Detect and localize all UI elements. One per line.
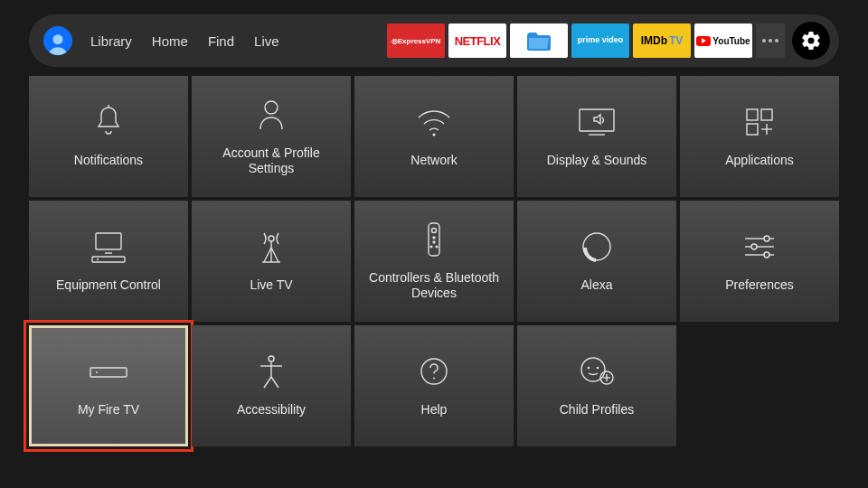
user-icon (255, 97, 288, 133)
svg-point-42 (581, 358, 605, 381)
tile-label: Equipment Control (49, 277, 168, 294)
antenna-icon (255, 229, 288, 265)
nav-library[interactable]: Library (90, 33, 132, 49)
svg-rect-7 (761, 109, 772, 120)
svg-rect-8 (747, 124, 758, 135)
svg-point-22 (433, 237, 435, 239)
tile-preferences[interactable]: Preferences (680, 201, 839, 322)
tile-label: Accessibility (230, 402, 313, 418)
svg-point-28 (764, 236, 769, 241)
nav-find[interactable]: Find (208, 33, 234, 49)
svg-point-40 (421, 359, 447, 384)
tile-controllers-bluetooth[interactable]: Controllers & Bluetooth Devices (354, 201, 514, 322)
app-imdb-tv[interactable]: IMDbTV (633, 23, 691, 58)
tile-my-fire-tv[interactable]: My Fire TV (29, 325, 188, 446)
svg-point-30 (751, 244, 757, 249)
svg-point-44 (597, 367, 599, 370)
accessibility-icon (255, 353, 288, 389)
sliders-icon (741, 229, 778, 265)
svg-line-39 (271, 377, 278, 388)
child-profiles-icon (578, 353, 616, 389)
settings-grid: Notifications Account & Profile Settings… (29, 76, 839, 446)
svg-point-14 (97, 258, 99, 260)
tile-label: Notifications (67, 153, 150, 169)
tile-label: My Fire TV (71, 402, 146, 418)
tile-label: Network (403, 153, 464, 169)
tile-alexa[interactable]: Alexa (517, 201, 676, 322)
profile-avatar[interactable] (43, 26, 72, 55)
tile-label: Alexa (573, 277, 619, 294)
svg-point-3 (432, 134, 435, 136)
firetv-box-icon (87, 353, 130, 389)
svg-point-2 (265, 101, 278, 114)
tile-display-sounds[interactable]: Display & Sounds (517, 76, 676, 197)
svg-point-0 (53, 34, 63, 44)
bell-icon (92, 104, 125, 140)
svg-line-19 (271, 248, 278, 262)
svg-point-34 (96, 371, 98, 373)
apps-grid-icon (743, 104, 776, 140)
svg-point-35 (269, 356, 274, 361)
tile-applications[interactable]: Applications (680, 76, 839, 197)
svg-line-18 (264, 248, 271, 262)
svg-rect-11 (96, 233, 121, 249)
help-icon (418, 353, 450, 389)
svg-point-24 (430, 246, 432, 248)
tile-live-tv[interactable]: Live TV (192, 201, 351, 322)
app-netflix[interactable]: NETFLIX (448, 23, 506, 58)
svg-point-25 (436, 246, 438, 248)
svg-point-15 (269, 236, 274, 241)
display-icon (576, 104, 618, 140)
nav-live[interactable]: Live (254, 33, 279, 49)
remote-icon (423, 221, 445, 258)
nav-links: Library Home Find Live (90, 33, 279, 49)
settings-button[interactable] (792, 22, 830, 60)
equipment-icon (89, 229, 128, 265)
svg-point-32 (764, 252, 769, 258)
app-es-file-explorer[interactable] (510, 23, 568, 58)
app-shortcuts: ◎ExpressVPN NETFLIX prime video IMDbTV Y… (387, 22, 830, 60)
svg-line-38 (264, 377, 271, 388)
tile-label: Child Profiles (552, 402, 641, 418)
tile-accessibility[interactable]: Accessibility (192, 325, 351, 446)
tile-equipment-control[interactable]: Equipment Control (29, 201, 188, 322)
tile-label: Help (414, 402, 455, 418)
nav-home[interactable]: Home (152, 33, 188, 49)
tile-account-profile[interactable]: Account & Profile Settings (192, 76, 351, 197)
tile-label: Preferences (718, 277, 800, 294)
tile-notifications[interactable]: Notifications (29, 76, 188, 197)
svg-point-21 (432, 228, 437, 232)
tile-label: Live TV (242, 277, 299, 294)
svg-rect-6 (747, 109, 758, 120)
svg-point-41 (433, 378, 435, 380)
svg-point-43 (588, 367, 590, 370)
alexa-icon (580, 229, 614, 265)
app-expressvpn[interactable]: ◎ExpressVPN (387, 23, 445, 58)
tile-help[interactable]: Help (354, 325, 514, 446)
more-apps-button[interactable] (756, 23, 785, 58)
svg-rect-4 (580, 109, 614, 131)
app-youtube[interactable]: YouTube (694, 23, 752, 58)
tile-label: Controllers & Bluetooth Devices (354, 270, 514, 302)
tile-label: Account & Profile Settings (192, 145, 351, 177)
tile-label: Display & Sounds (540, 153, 655, 169)
wifi-icon (415, 104, 453, 140)
tile-label: Applications (718, 153, 801, 169)
app-prime-video[interactable]: prime video (571, 23, 629, 58)
tile-child-profiles[interactable]: Child Profiles (517, 325, 676, 446)
top-nav-bar: Library Home Find Live ◎ExpressVPN NETFL… (29, 14, 839, 67)
svg-point-23 (433, 241, 435, 243)
tile-network[interactable]: Network (354, 76, 514, 197)
